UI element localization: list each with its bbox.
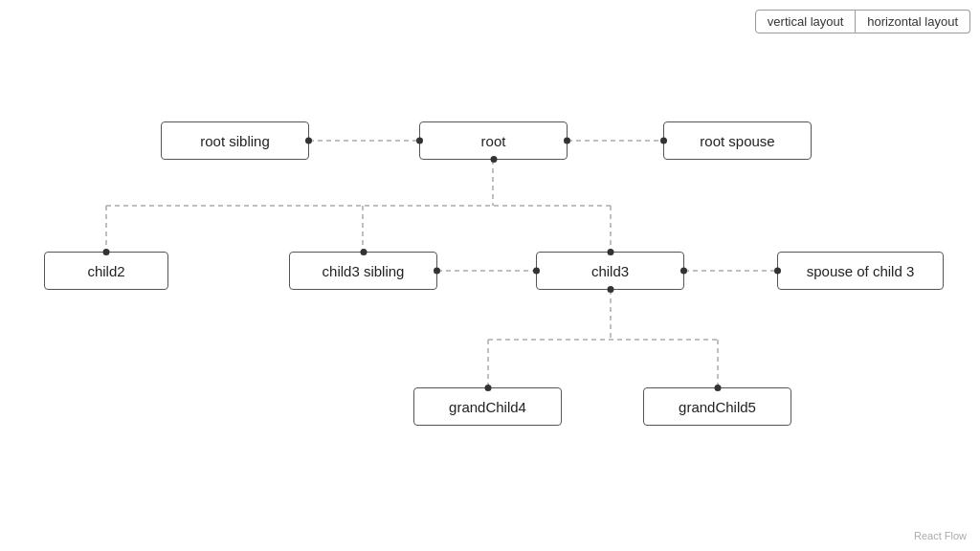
dot-top	[484, 385, 491, 391]
node-root[interactable]: root	[419, 121, 568, 160]
vertical-layout-button[interactable]: vertical layout	[755, 10, 856, 33]
dot-top	[360, 249, 367, 255]
node-spouse-of-child3-label: spouse of child 3	[807, 263, 915, 279]
dot-right	[305, 138, 312, 144]
node-grandchild5-label: grandChild5	[679, 399, 756, 415]
node-child3-label: child3	[591, 263, 629, 279]
dot-top	[103, 249, 110, 255]
dot-right	[434, 268, 440, 275]
node-root-label: root	[481, 133, 506, 149]
react-flow-label: React Flow	[914, 530, 967, 541]
node-child2[interactable]: child2	[44, 252, 168, 290]
dot-top	[714, 385, 721, 391]
node-root-spouse[interactable]: root spouse	[663, 121, 812, 160]
node-root-sibling[interactable]: root sibling	[161, 121, 309, 160]
dot-top	[607, 249, 613, 255]
node-child2-label: child2	[87, 263, 124, 279]
dot-bottom	[490, 156, 497, 163]
dot-left	[533, 268, 540, 275]
node-root-sibling-label: root sibling	[200, 133, 270, 149]
dot-bottom	[607, 286, 613, 293]
dot-right	[680, 268, 687, 275]
dot-left	[660, 138, 667, 144]
node-child3-sibling[interactable]: child3 sibling	[289, 252, 437, 290]
node-root-spouse-label: root spouse	[700, 133, 774, 149]
dot-left	[774, 268, 781, 275]
node-grandchild4-label: grandChild4	[449, 399, 526, 415]
horizontal-layout-button[interactable]: horizontal layout	[856, 10, 970, 33]
node-child3-sibling-label: child3 sibling	[323, 263, 405, 279]
node-grandchild5[interactable]: grandChild5	[643, 387, 791, 426]
dot-left	[416, 138, 423, 144]
node-grandchild4[interactable]: grandChild4	[413, 387, 562, 426]
toolbar: vertical layout horizontal layout	[755, 10, 970, 33]
node-child3[interactable]: child3	[536, 252, 684, 290]
dot-right	[564, 138, 570, 144]
node-spouse-of-child3[interactable]: spouse of child 3	[777, 252, 944, 290]
